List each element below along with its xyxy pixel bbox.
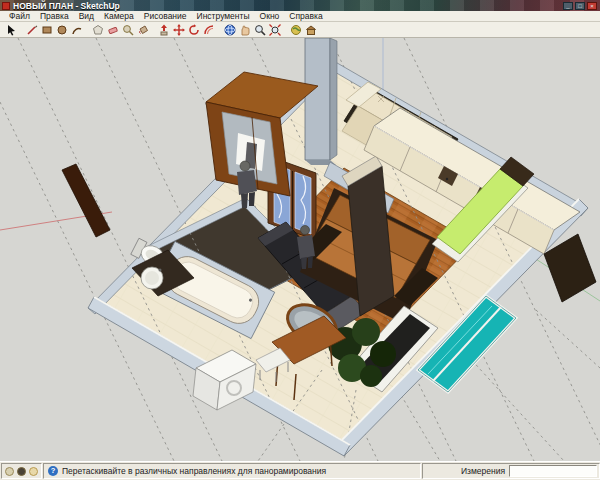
push-pull-tool-button[interactable] [156, 23, 171, 37]
titlebar: НОВЫЙ ПЛАН - SketchUp _ □ × [0, 0, 600, 11]
pan-hand-icon [239, 24, 251, 36]
maximize-button[interactable]: □ [575, 2, 585, 10]
get-models-icon [305, 24, 317, 36]
push-pull-icon [158, 24, 170, 36]
zoom-extents-tool-button[interactable] [267, 23, 282, 37]
add-location-icon [290, 24, 302, 36]
menu-draw[interactable]: Рисование [139, 11, 192, 21]
menubar: Файл Правка Вид Камера Рисование Инструм… [0, 11, 600, 22]
orbit-icon [224, 24, 236, 36]
polygon-tool-button[interactable] [90, 23, 105, 37]
menu-tools[interactable]: Инструменты [192, 11, 255, 21]
app-icon [2, 2, 10, 10]
move-icon [173, 24, 185, 36]
menu-camera[interactable]: Камера [99, 11, 139, 21]
offset-icon [203, 24, 215, 36]
viewport-container [0, 38, 600, 461]
status-globe-icon[interactable] [5, 467, 14, 476]
measurements-input[interactable] [509, 465, 597, 477]
tape-measure-tool-button[interactable] [120, 23, 135, 37]
menu-view[interactable]: Вид [74, 11, 99, 21]
rotate-tool-button[interactable] [186, 23, 201, 37]
line-tool-button[interactable] [24, 23, 39, 37]
menu-edit[interactable]: Правка [35, 11, 74, 21]
orbit-tool-button[interactable] [222, 23, 237, 37]
status-help-text: Перетаскивайте в различных направлениях … [62, 466, 326, 476]
statusbar: ? Перетаскивайте в различных направления… [0, 461, 600, 480]
add-location-tool-button[interactable] [288, 23, 303, 37]
status-person-icon[interactable] [17, 467, 26, 476]
select-arrow-icon [5, 24, 17, 36]
rectangle-icon [41, 24, 53, 36]
pencil-line-icon [26, 24, 38, 36]
rectangle-tool-button[interactable] [39, 23, 54, 37]
paint-bucket-icon [137, 24, 149, 36]
offset-tool-button[interactable] [201, 23, 216, 37]
polygon-icon [92, 24, 104, 36]
sketchup-window: НОВЫЙ ПЛАН - SketchUp _ □ × Файл Правка … [0, 0, 600, 480]
eraser-icon [107, 24, 119, 36]
menu-help[interactable]: Справка [284, 11, 327, 21]
status-credit-icon[interactable] [29, 467, 38, 476]
menu-window[interactable]: Окно [255, 11, 285, 21]
measurements-label: Измерения [461, 466, 505, 476]
rotate-icon [188, 24, 200, 36]
window-title: НОВЫЙ ПЛАН - SketchUp [13, 1, 120, 11]
select-tool-button[interactable] [3, 23, 18, 37]
paint-bucket-tool-button[interactable] [135, 23, 150, 37]
zoom-tool-button[interactable] [252, 23, 267, 37]
viewport-3d[interactable] [0, 38, 600, 461]
help-icon[interactable]: ? [48, 466, 58, 476]
measurements-panel: Измерения [422, 463, 600, 479]
eraser-tool-button[interactable] [105, 23, 120, 37]
menu-file[interactable]: Файл [4, 11, 35, 21]
close-button[interactable]: × [587, 2, 597, 10]
toolbar [0, 22, 600, 38]
get-models-tool-button[interactable] [303, 23, 318, 37]
move-tool-button[interactable] [171, 23, 186, 37]
arc-icon [71, 24, 83, 36]
circle-icon [56, 24, 68, 36]
arc-tool-button[interactable] [69, 23, 84, 37]
status-help-panel: ? Перетаскивайте в различных направления… [43, 463, 421, 479]
status-icons [1, 463, 42, 479]
zoom-icon [254, 24, 266, 36]
circle-tool-button[interactable] [54, 23, 69, 37]
tape-measure-icon [122, 24, 134, 36]
pan-tool-button[interactable] [237, 23, 252, 37]
zoom-extents-icon [269, 24, 281, 36]
minimize-button[interactable]: _ [563, 2, 573, 10]
